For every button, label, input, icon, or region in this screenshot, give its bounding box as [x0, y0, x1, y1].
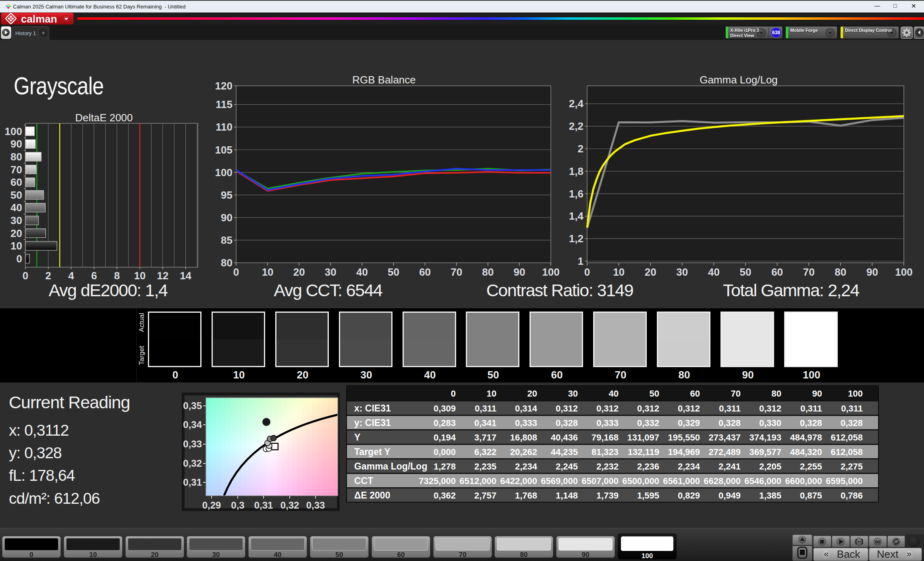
svg-text:90: 90: [10, 138, 22, 150]
svg-text:2,2: 2,2: [569, 120, 583, 132]
svg-text:100: 100: [5, 125, 22, 137]
svg-text:10: 10: [262, 266, 274, 278]
svg-text:12: 12: [157, 270, 168, 282]
svg-text:60: 60: [771, 266, 783, 278]
svg-text:20: 20: [645, 266, 656, 278]
svg-text:1,2: 1,2: [569, 233, 583, 245]
svg-text:30: 30: [676, 266, 688, 278]
svg-text:1,8: 1,8: [569, 165, 583, 177]
svg-text:2: 2: [578, 143, 583, 155]
svg-text:2,4: 2,4: [569, 98, 584, 110]
svg-text:80: 80: [221, 257, 233, 269]
svg-text:70: 70: [10, 164, 22, 176]
svg-text:10: 10: [10, 240, 22, 252]
svg-text:105: 105: [215, 144, 233, 156]
svg-text:120: 120: [215, 80, 233, 92]
svg-text:DeltaE 2000: DeltaE 2000: [75, 112, 133, 124]
svg-text:2: 2: [46, 270, 51, 282]
svg-text:0: 0: [233, 266, 239, 278]
svg-text:6: 6: [91, 270, 97, 282]
svg-text:115: 115: [216, 98, 233, 110]
svg-text:100: 100: [542, 266, 559, 278]
svg-text:0,35: 0,35: [183, 400, 202, 411]
svg-text:80: 80: [835, 266, 846, 278]
svg-text:90: 90: [866, 266, 878, 278]
svg-text:0,32: 0,32: [280, 500, 299, 511]
svg-text:4: 4: [68, 270, 74, 282]
svg-text:85: 85: [221, 234, 233, 246]
svg-text:100: 100: [895, 266, 912, 278]
svg-text:20: 20: [293, 266, 305, 278]
svg-text:100: 100: [215, 166, 233, 179]
svg-text:1,4: 1,4: [569, 210, 584, 222]
svg-text:0,31: 0,31: [254, 500, 273, 511]
svg-text:60: 60: [419, 266, 431, 278]
svg-text:80: 80: [10, 151, 22, 163]
svg-text:90: 90: [221, 212, 233, 224]
svg-text:10: 10: [134, 270, 146, 282]
svg-text:70: 70: [803, 266, 815, 278]
svg-text:50: 50: [10, 189, 22, 201]
svg-text:110: 110: [216, 121, 233, 133]
svg-text:0: 0: [17, 253, 22, 265]
svg-text:∞: ∞: [875, 537, 880, 546]
svg-text:0,33: 0,33: [183, 438, 202, 449]
svg-text:70: 70: [451, 266, 462, 278]
svg-text:0,33: 0,33: [306, 500, 325, 511]
svg-text:20: 20: [10, 227, 22, 239]
svg-text:0: 0: [23, 270, 28, 282]
svg-text:50: 50: [388, 266, 399, 278]
svg-text:40: 40: [708, 266, 720, 278]
svg-text:0,34: 0,34: [183, 419, 202, 430]
svg-text:95: 95: [221, 189, 233, 201]
svg-text:0,32: 0,32: [183, 458, 202, 469]
svg-text:0: 0: [584, 266, 590, 278]
svg-text:40: 40: [356, 266, 368, 278]
svg-text:RGB Balance: RGB Balance: [352, 75, 416, 86]
svg-text:0,3: 0,3: [231, 500, 244, 511]
svg-text:10: 10: [613, 266, 625, 278]
svg-text:40: 40: [10, 202, 22, 214]
svg-text:1,6: 1,6: [569, 188, 583, 200]
svg-text:50: 50: [740, 266, 752, 278]
svg-text:0,31: 0,31: [183, 477, 202, 488]
svg-text:1: 1: [578, 255, 583, 267]
svg-text:0,29: 0,29: [202, 500, 221, 511]
svg-text:90: 90: [513, 266, 525, 278]
svg-text:14: 14: [180, 270, 191, 282]
svg-text:8: 8: [114, 270, 120, 282]
svg-text:80: 80: [482, 266, 494, 278]
svg-text:60: 60: [10, 176, 22, 188]
svg-text:30: 30: [10, 214, 22, 226]
svg-text:Gamma Log/Log: Gamma Log/Log: [700, 75, 778, 86]
svg-text:30: 30: [325, 266, 336, 278]
